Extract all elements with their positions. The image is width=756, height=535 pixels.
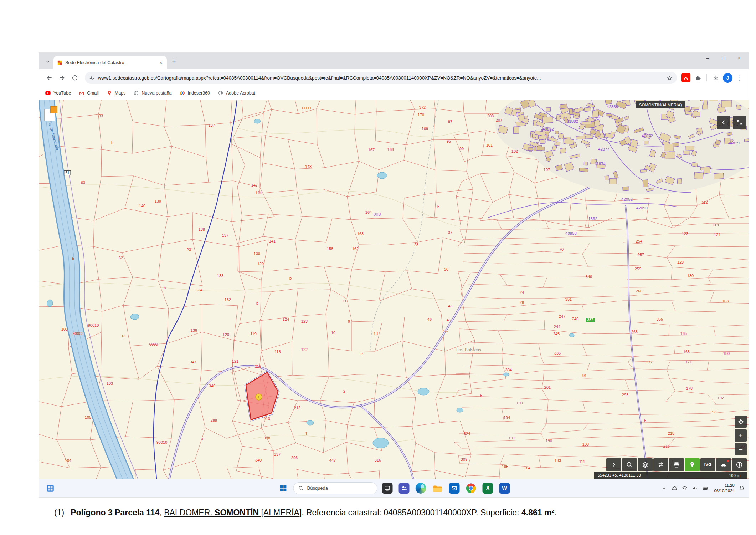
new-tab-button[interactable]: + xyxy=(169,56,179,66)
taskbar-search[interactable]: Búsqueda xyxy=(293,482,377,494)
map-label: 144 xyxy=(255,191,262,195)
map-label: 193 xyxy=(710,410,716,414)
start-button[interactable] xyxy=(277,481,290,495)
map-label: 33 xyxy=(99,114,103,118)
collapse-panel-button[interactable] xyxy=(717,116,730,129)
adobe-acrobat-extension-icon[interactable] xyxy=(681,73,690,82)
bookmark-adobe-acrobat[interactable]: Adobe Acrobat xyxy=(218,90,255,96)
taskbar-app-teams[interactable] xyxy=(397,481,411,495)
map-label: 111 xyxy=(579,460,585,464)
map-label: 351 xyxy=(565,297,572,301)
map-label: 90010 xyxy=(88,323,99,327)
notifications-bell-icon[interactable] xyxy=(739,485,745,491)
ivg-tool-button[interactable]: IVG xyxy=(700,458,715,471)
bookmark-label: YouTube xyxy=(53,91,71,96)
bookmark-nueva-pesta-a[interactable]: Nueva pestaña xyxy=(133,90,171,96)
map-label: 231 xyxy=(187,248,193,252)
zoom-in-button[interactable]: + xyxy=(735,429,747,442)
taskbar-app-explorer[interactable] xyxy=(431,481,444,495)
map-label: 62 xyxy=(119,256,123,260)
info-tool-button[interactable] xyxy=(732,458,747,471)
taskbar-app-app-dark[interactable] xyxy=(381,481,394,495)
map-label: 95 xyxy=(447,139,451,143)
back-button[interactable] xyxy=(43,72,55,83)
tray-expand-icon[interactable] xyxy=(661,485,667,491)
map-labels-layer: 3313763140139138137622311341331321009000… xyxy=(39,100,749,479)
forward-button[interactable] xyxy=(56,72,68,83)
zoom-out-button[interactable]: − xyxy=(735,443,747,455)
taskbar-app-excel[interactable]: X xyxy=(481,481,495,495)
maximize-button[interactable]: □ xyxy=(716,53,731,63)
layers-tool-button[interactable] xyxy=(638,458,653,471)
profile-avatar[interactable]: J xyxy=(723,73,732,83)
map-label: 355 xyxy=(657,317,663,321)
widgets-icon[interactable] xyxy=(43,481,57,495)
downloads-icon[interactable] xyxy=(710,72,721,83)
reload-button[interactable] xyxy=(69,72,81,83)
map-label: 309 xyxy=(461,458,467,462)
map-label: 124 xyxy=(714,233,720,237)
browser-window: Sede Electrónica del Catastro - × + – □ … xyxy=(39,53,749,497)
caption-province: [ALMERÍA] xyxy=(259,508,302,517)
map-label: 121 xyxy=(232,360,238,363)
extensions-puzzle-icon[interactable] xyxy=(692,72,703,83)
taskbar-app-chrome[interactable] xyxy=(464,481,478,495)
url-text[interactable]: www1.sedecatastro.gob.es/Cartografia/map… xyxy=(98,75,663,81)
maps-icon xyxy=(107,90,112,96)
close-window-button[interactable]: × xyxy=(731,53,747,63)
figure-caption: (1)Polígono 3 Parcela 114, BALDOMER. SOM… xyxy=(54,508,739,518)
map-label: 9 xyxy=(348,320,350,323)
volume-icon[interactable] xyxy=(692,485,698,491)
wifi-icon[interactable] xyxy=(682,485,688,491)
bookmark-youtube[interactable]: YouTube xyxy=(45,90,71,96)
taskbar-app-word[interactable]: W xyxy=(498,481,511,495)
minimize-button[interactable]: – xyxy=(700,53,716,63)
pan-button[interactable] xyxy=(735,416,747,428)
map-label: 192 xyxy=(718,396,724,400)
map-label: 134 xyxy=(196,288,202,292)
map-label: 336 xyxy=(554,351,561,355)
measure-tool-button[interactable] xyxy=(653,458,668,471)
onedrive-icon[interactable] xyxy=(671,485,678,491)
caption-area: 4.861 m² xyxy=(521,508,554,517)
map-label: 42090 xyxy=(636,206,648,210)
map-label: 372 xyxy=(419,106,426,109)
map-label: 118 xyxy=(274,350,281,354)
map-label: 293 xyxy=(622,393,628,397)
taskbar-app-outlook[interactable] xyxy=(448,481,461,495)
overview-map-control[interactable] xyxy=(44,106,64,124)
taskbar-app-edge[interactable] xyxy=(414,481,428,495)
print-tool-button[interactable] xyxy=(669,458,684,471)
bookmark-maps[interactable]: Maps xyxy=(107,90,126,96)
map-label: 216 xyxy=(663,444,670,448)
map-label: 123 xyxy=(682,232,688,236)
map-label: 41882 xyxy=(567,119,578,124)
browser-tab[interactable]: Sede Electrónica del Catastro - × xyxy=(53,56,167,69)
map-label: 129 xyxy=(257,262,264,266)
fullscreen-button[interactable] xyxy=(733,116,746,129)
search-placeholder: Búsqueda xyxy=(307,485,328,491)
selection-tool-button[interactable] xyxy=(685,458,700,471)
search-tool-button[interactable] xyxy=(622,458,637,471)
expand-tools-button[interactable] xyxy=(606,458,621,471)
pinned-apps: XW xyxy=(381,481,511,495)
bookmark-star-icon[interactable] xyxy=(667,75,673,81)
map-label: 122 xyxy=(301,348,308,352)
address-bar[interactable]: www1.sedecatastro.gob.es/Cartografia/map… xyxy=(85,72,677,84)
bookmark-gmail[interactable]: Gmail xyxy=(79,90,99,96)
tab-close-icon[interactable]: × xyxy=(159,60,163,66)
map-label: 338 xyxy=(264,436,270,440)
bookmark-indeser360[interactable]: Indeser360 xyxy=(179,90,210,96)
streetview-tool-button[interactable] xyxy=(716,458,731,471)
battery-icon[interactable] xyxy=(702,485,709,491)
map-label: 124 xyxy=(283,317,289,321)
map-label: 140 xyxy=(139,204,145,208)
map-label: 136 xyxy=(191,328,197,332)
site-settings-icon[interactable] xyxy=(89,75,95,81)
map-label: 45 xyxy=(447,318,451,322)
tab-search-icon[interactable] xyxy=(43,57,53,67)
taskbar-clock[interactable]: 11:28 06/10/2024 xyxy=(714,483,735,494)
map-label: 178 xyxy=(686,387,693,391)
map-viewport[interactable]: 1 33137631401391381376223113413313210090… xyxy=(39,100,749,479)
browser-menu-icon[interactable]: ⋮ xyxy=(734,74,744,82)
